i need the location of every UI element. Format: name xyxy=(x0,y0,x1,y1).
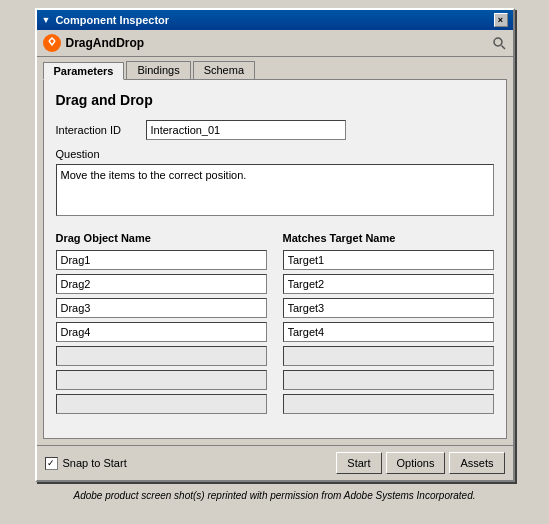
drag-input-5[interactable] xyxy=(56,346,267,366)
target-input-6[interactable] xyxy=(283,370,494,390)
interaction-id-label: Interaction ID xyxy=(56,124,146,136)
search-icon[interactable] xyxy=(491,35,507,51)
drag-input-3[interactable] xyxy=(56,298,267,318)
question-textarea[interactable]: Move the items to the correct position. xyxy=(56,164,494,216)
start-button[interactable]: Start xyxy=(336,452,381,474)
drag-input-1[interactable] xyxy=(56,250,267,270)
drag-input-7[interactable] xyxy=(56,394,267,414)
component-header: DragAndDrop xyxy=(37,30,513,57)
drag-drop-columns: Drag Object Name Matches Target Name xyxy=(56,232,494,418)
drag-input-2[interactable] xyxy=(56,274,267,294)
tab-parameters[interactable]: Parameters xyxy=(43,62,125,80)
bottom-bar: ✓ Snap to Start Start Options Assets xyxy=(37,445,513,480)
action-buttons: Start Options Assets xyxy=(336,452,504,474)
snap-to-start-label: Snap to Start xyxy=(63,457,127,469)
target-input-5[interactable] xyxy=(283,346,494,366)
collapse-triangle-icon[interactable]: ▼ xyxy=(42,15,51,25)
target-input-7[interactable] xyxy=(283,394,494,414)
svg-line-2 xyxy=(501,46,505,50)
window-title: Component Inspector xyxy=(55,14,169,26)
drag-column-header: Drag Object Name xyxy=(56,232,267,244)
target-input-2[interactable] xyxy=(283,274,494,294)
content-area: Drag and Drop Interaction ID Question Mo… xyxy=(43,79,507,439)
assets-button[interactable]: Assets xyxy=(449,452,504,474)
interaction-id-row: Interaction ID xyxy=(56,120,494,140)
question-section: Question Move the items to the correct p… xyxy=(56,148,494,218)
component-icon xyxy=(43,34,61,52)
snap-to-start-row: ✓ Snap to Start xyxy=(45,457,127,470)
target-input-1[interactable] xyxy=(283,250,494,270)
close-button[interactable]: × xyxy=(494,13,508,27)
caption-text: Adobe product screen shot(s) reprinted w… xyxy=(8,490,541,501)
options-button[interactable]: Options xyxy=(386,452,446,474)
question-label: Question xyxy=(56,148,494,160)
snap-to-start-checkbox[interactable]: ✓ xyxy=(45,457,58,470)
drag-input-4[interactable] xyxy=(56,322,267,342)
tab-bindings[interactable]: Bindings xyxy=(126,61,190,79)
drag-column: Drag Object Name xyxy=(56,232,267,418)
tab-schema[interactable]: Schema xyxy=(193,61,255,79)
interaction-id-input[interactable] xyxy=(146,120,346,140)
svg-point-1 xyxy=(494,38,502,46)
target-column: Matches Target Name xyxy=(283,232,494,418)
target-input-4[interactable] xyxy=(283,322,494,342)
title-bar: ▼ Component Inspector × xyxy=(37,10,513,30)
section-title: Drag and Drop xyxy=(56,92,494,108)
component-name: DragAndDrop xyxy=(66,36,145,50)
drag-input-6[interactable] xyxy=(56,370,267,390)
tabs-bar: Parameters Bindings Schema xyxy=(37,57,513,79)
target-column-header: Matches Target Name xyxy=(283,232,494,244)
target-input-3[interactable] xyxy=(283,298,494,318)
component-inspector-window: ▼ Component Inspector × DragAndDrop xyxy=(35,8,515,482)
